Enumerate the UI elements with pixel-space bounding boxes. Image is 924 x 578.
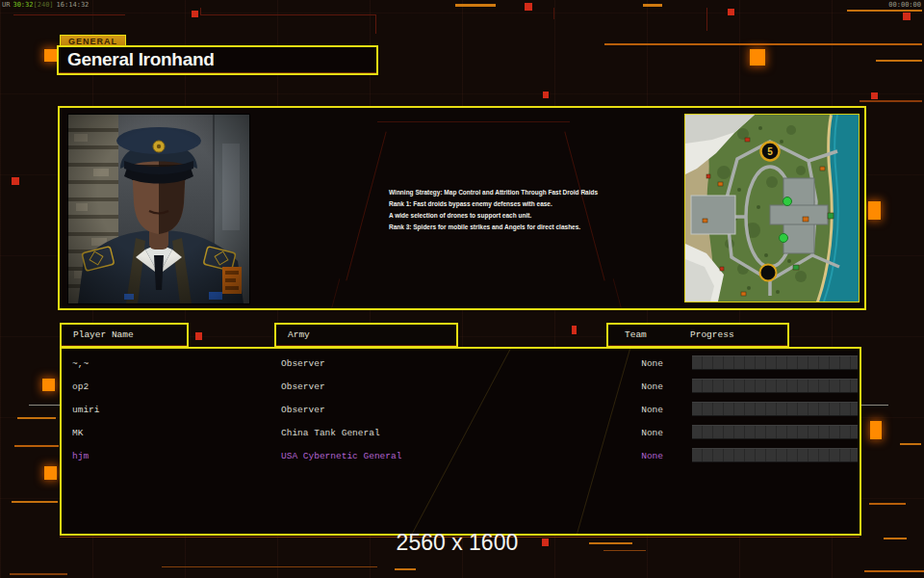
player-team: None [596,450,663,463]
deco-orange-square [750,49,765,66]
player-team: None [596,381,663,394]
deco-line [643,4,662,7]
deco-line [861,405,888,406]
status-prefix: UR [2,1,10,9]
status-clock: 16:14:32 [57,1,90,9]
deco-orange-square [868,201,881,220]
deco-red-square [525,3,532,11]
deco-line [900,443,921,445]
deco-line [13,14,125,15]
deco-line [706,8,707,31]
column-header-team-progress: Team Progress [606,323,789,348]
player-army: China Tank General [281,427,380,440]
match-timer: 00:00:00 [888,1,921,9]
strategy-line: A wide selection of drones to support ea… [389,212,620,219]
progress-header-label: Progress [690,325,734,345]
deco-red-square [200,8,201,15]
team-header-label: Team [625,325,647,345]
deco-red-square [12,177,19,185]
deco-orange-square [44,466,57,480]
deco-line [604,43,922,45]
column-header-player-name: Player Name [60,323,189,348]
deco-line [876,60,922,62]
deco-line [395,568,416,570]
player-team: None [596,357,663,371]
deco-orange-square [870,421,882,439]
deco-line [884,538,907,539]
player-army: Observer [281,381,325,394]
status-time: 30:32 [13,1,33,9]
deco-line [14,445,59,447]
strategy-line: Rank 1: Fast droids bypass enemy defense… [389,200,620,207]
player-name: umiri [72,404,100,417]
progress-bar [692,448,858,462]
player-name: op2 [72,381,89,394]
deco-red-square [195,332,202,340]
player-army: Observer [281,357,325,371]
player-name: hjm [72,450,89,463]
deco-line [455,4,496,7]
general-portrait-art [68,115,249,303]
table-row: ~,~ Observer None [62,354,860,377]
deco-hexline [613,278,634,310]
army-header-label: Army [288,325,310,345]
table-row: op2 Observer None [62,377,860,400]
deco-red-square [543,92,549,98]
general-portrait [67,114,250,304]
deco-red-square [572,326,577,334]
deco-line [864,570,924,572]
player-team: None [596,427,663,440]
deco-hexline [320,278,341,310]
deco-line [17,417,56,419]
deco-line [29,405,60,406]
game-loading-screen: UR30:32[240]16:14:32 00:00:00 GENERAL Ge… [0,0,924,578]
session-status: UR30:32[240]16:14:32 [2,1,89,9]
general-info-panel: Winning Strategy: Map Control and Attrit… [58,106,866,310]
player-team: None [596,404,663,417]
deco-line [200,14,375,15]
player-name: MK [72,427,83,440]
progress-bar [692,379,858,393]
page-title: General Ironhand [59,47,376,72]
deco-red-square [192,11,198,17]
deco-line [860,100,922,102]
strategy-description: Winning Strategy: Map Control and Attrit… [389,189,620,235]
deco-hexline [346,132,386,281]
deco-line [589,542,632,544]
deco-orange-square [42,379,55,391]
deco-red-square [728,9,734,15]
deco-line [553,8,554,19]
deco-line [847,10,922,12]
deco-line [603,550,646,551]
deco-line [12,501,58,503]
player-table: ~,~ Observer None op2 Observer None umir… [60,347,861,536]
progress-bar [692,402,858,416]
deco-red-square [903,13,911,20]
player-army: Observer [281,404,325,417]
table-row: MK China Tank General None [62,423,860,446]
deco-red-square [542,539,549,546]
resolution-label: 2560 x 1600 [397,530,519,556]
general-title-box: General Ironhand [57,45,378,75]
deco-orange-square [44,49,57,62]
map-marker-label: 5 [767,146,773,157]
table-row: umiri Observer None [62,400,860,423]
deco-line [10,573,67,575]
deco-red-square [871,92,878,99]
column-header-army: Army [274,323,458,348]
deco-line [375,14,376,34]
player-name-header-label: Player Name [73,325,134,345]
status-count: [240] [34,1,54,9]
deco-hexline [377,121,570,122]
player-name: ~,~ [72,357,89,371]
progress-bar [692,355,858,370]
map-preview-art: 5 [685,115,859,302]
strategy-line: Winning Strategy: Map Control and Attrit… [389,189,620,196]
table-row: hjm USA Cybernetic General None [62,446,860,469]
deco-line [162,566,377,567]
deco-line [869,503,906,505]
map-preview: 5 [684,114,860,302]
player-army: USA Cybernetic General [281,450,401,463]
progress-bar [692,425,858,439]
map-marker-bottom [760,265,777,281]
